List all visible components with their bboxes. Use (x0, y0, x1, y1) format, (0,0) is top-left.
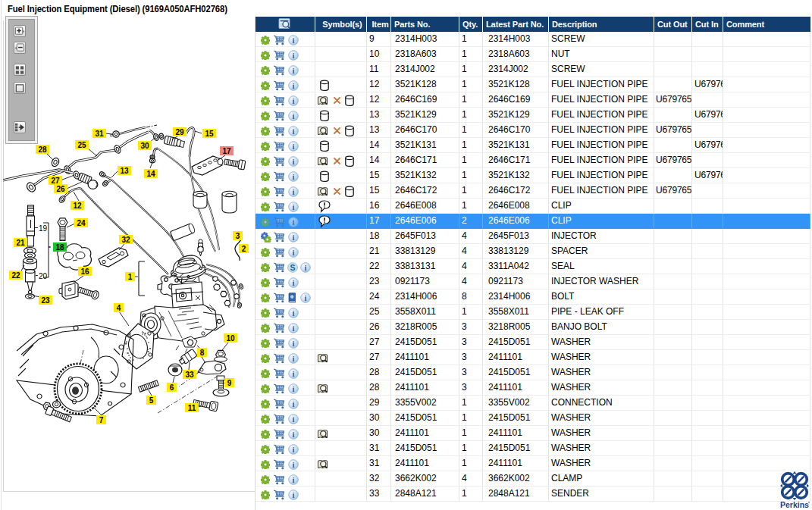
svg-text:18: 18 (55, 243, 64, 252)
svg-text:11: 11 (188, 404, 196, 412)
svg-text:i: i (293, 430, 295, 439)
svg-text:1: 1 (128, 273, 133, 281)
svg-text:10: 10 (226, 334, 235, 343)
svg-text:i: i (293, 355, 295, 363)
svg-text:i: i (293, 67, 295, 75)
svg-text:i: i (293, 400, 295, 408)
svg-text:30: 30 (140, 142, 149, 150)
svg-text:2: 2 (242, 245, 246, 253)
svg-text:i: i (293, 218, 295, 227)
svg-text:i: i (293, 82, 295, 90)
svg-text:29: 29 (175, 128, 184, 136)
svg-text:25: 25 (77, 141, 86, 149)
svg-text:i: i (293, 339, 295, 348)
svg-text:Perkins: Perkins (780, 500, 809, 509)
svg-text:15: 15 (205, 130, 214, 138)
svg-text:26: 26 (56, 185, 65, 193)
svg-text:i: i (293, 385, 295, 393)
svg-text:i: i (293, 324, 295, 333)
svg-text:12: 12 (73, 202, 82, 210)
svg-text:i: i (293, 249, 295, 257)
svg-text:16: 16 (80, 268, 89, 276)
svg-text:24: 24 (77, 219, 86, 227)
svg-text:i: i (305, 264, 307, 272)
svg-text:32: 32 (121, 236, 130, 244)
svg-text:i: i (293, 446, 295, 454)
svg-text:13: 13 (120, 167, 129, 175)
svg-text:21: 21 (16, 239, 25, 247)
svg-text:6: 6 (170, 383, 174, 392)
svg-text:17: 17 (222, 147, 231, 155)
svg-text:i: i (293, 476, 295, 484)
svg-text:i: i (293, 491, 295, 499)
svg-text:3: 3 (236, 232, 240, 240)
svg-text:i: i (293, 112, 295, 120)
svg-text:i: i (293, 36, 295, 45)
svg-text:i: i (293, 461, 295, 469)
svg-text:i: i (293, 370, 295, 378)
svg-text:5: 5 (149, 396, 154, 405)
svg-text:22: 22 (11, 271, 20, 280)
svg-text:27: 27 (51, 177, 60, 185)
svg-text:i: i (293, 233, 295, 242)
svg-text:19: 19 (39, 224, 48, 233)
svg-text:i: i (293, 173, 295, 181)
svg-text:7: 7 (99, 416, 104, 424)
svg-text:i: i (293, 415, 295, 424)
svg-text:28: 28 (38, 145, 47, 154)
svg-text:i: i (293, 142, 295, 151)
svg-text:8: 8 (200, 349, 205, 357)
svg-text:i: i (293, 52, 295, 60)
svg-text:i: i (293, 279, 295, 287)
svg-text:20: 20 (39, 272, 48, 280)
svg-text:4: 4 (117, 304, 121, 312)
svg-text:i: i (293, 188, 295, 196)
svg-text:i: i (293, 127, 295, 136)
svg-text:S: S (290, 263, 295, 272)
svg-text:i: i (293, 309, 295, 318)
svg-text:31: 31 (95, 130, 104, 138)
svg-text:i: i (293, 203, 295, 211)
svg-text:33: 33 (185, 371, 194, 379)
svg-text:9: 9 (227, 379, 232, 387)
svg-text:i: i (293, 97, 295, 105)
svg-text:14: 14 (146, 170, 155, 178)
svg-text:23: 23 (41, 296, 50, 305)
svg-text:i: i (293, 158, 295, 166)
svg-text:i: i (305, 294, 307, 302)
